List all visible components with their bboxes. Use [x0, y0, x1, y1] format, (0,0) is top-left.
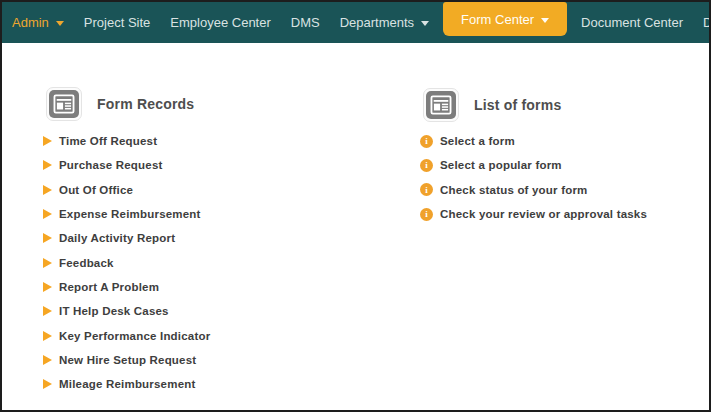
form-records-list: Time Off Request Purchase Request Out Of…: [43, 129, 373, 396]
arrow-right-icon: [43, 136, 52, 146]
list-item[interactable]: iSelect a popular form: [420, 153, 710, 177]
nav-item-dms[interactable]: DMS: [281, 2, 330, 43]
form-link[interactable]: IT Help Desk Cases: [43, 299, 373, 323]
nav-item-label: Document Center: [581, 15, 683, 30]
list-of-forms-header: List of forms: [423, 88, 710, 122]
arrow-right-icon: [43, 209, 52, 219]
form-records-header: Form Records: [46, 87, 373, 121]
page: Admin Project Site Employee Center DMS D…: [0, 0, 711, 412]
arrow-right-icon: [43, 306, 52, 316]
nav-item-project-site[interactable]: Project Site: [74, 2, 160, 43]
nav-item-label: Document System: [703, 15, 711, 30]
chevron-down-icon: [421, 21, 429, 26]
arrow-right-icon: [43, 379, 52, 389]
top-navbar: Admin Project Site Employee Center DMS D…: [2, 2, 709, 43]
panel-title: Form Records: [97, 96, 194, 112]
chevron-down-icon: [541, 18, 549, 23]
nav-item-admin[interactable]: Admin: [2, 2, 74, 43]
form-records-panel: Form Records Time Off Request Purchase R…: [43, 87, 373, 396]
form-link[interactable]: Mileage Reimbursement: [43, 372, 373, 396]
arrow-right-icon: [43, 185, 52, 195]
nav-item-document-system[interactable]: Document System: [693, 2, 711, 43]
form-link[interactable]: Out Of Office: [43, 178, 373, 202]
arrow-right-icon: [43, 233, 52, 243]
chevron-down-icon: [56, 21, 64, 26]
nav-item-document-center[interactable]: Document Center: [571, 2, 693, 43]
form-link[interactable]: Time Off Request: [43, 129, 373, 153]
form-link[interactable]: Expense Reimbursement: [43, 202, 373, 226]
nav-item-employee-center[interactable]: Employee Center: [160, 2, 280, 43]
list-item[interactable]: iCheck your review or approval tasks: [420, 202, 710, 226]
nav-item-departments[interactable]: Departments: [330, 2, 439, 43]
arrow-right-icon: [43, 282, 52, 292]
form-link[interactable]: Feedback: [43, 250, 373, 274]
list-of-forms-icon: [423, 88, 459, 122]
arrow-right-icon: [43, 258, 52, 268]
list-of-forms-list: iSelect a form iSelect a popular form iC…: [420, 129, 710, 226]
newspaper-icon: [426, 91, 456, 119]
nav-item-form-center[interactable]: Form Center: [443, 2, 567, 36]
list-item[interactable]: iCheck status of your form: [420, 178, 710, 202]
arrow-right-icon: [43, 160, 52, 170]
form-link[interactable]: Report A Problem: [43, 275, 373, 299]
form-link[interactable]: Purchase Request: [43, 153, 373, 177]
arrow-right-icon: [43, 331, 52, 341]
nav-item-label: DMS: [291, 15, 320, 30]
newspaper-icon: [49, 90, 79, 118]
arrow-right-icon: [43, 355, 52, 365]
nav-item-label: Departments: [340, 15, 414, 30]
info-icon: i: [420, 135, 433, 148]
panel-title: List of forms: [474, 97, 561, 113]
nav-item-label: Employee Center: [170, 15, 270, 30]
form-records-icon: [46, 87, 82, 121]
form-link[interactable]: Daily Activity Report: [43, 226, 373, 250]
list-item[interactable]: iSelect a form: [420, 129, 710, 153]
nav-item-label: Project Site: [84, 15, 150, 30]
info-icon: i: [420, 208, 433, 221]
nav-item-label: Admin: [12, 15, 49, 30]
info-icon: i: [420, 183, 433, 196]
form-link[interactable]: New Hire Setup Request: [43, 348, 373, 372]
nav-item-label: Form Center: [461, 12, 534, 27]
form-link[interactable]: Key Performance Indicator: [43, 323, 373, 347]
list-of-forms-panel: List of forms iSelect a form iSelect a p…: [420, 88, 710, 226]
info-icon: i: [420, 159, 433, 172]
